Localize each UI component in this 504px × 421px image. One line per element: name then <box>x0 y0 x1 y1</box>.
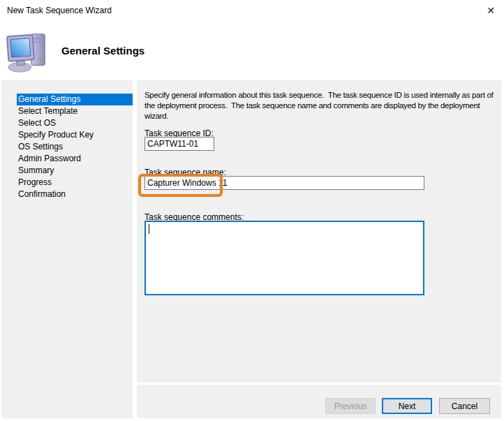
step-general-settings[interactable]: General Settings <box>17 94 133 105</box>
next-button[interactable]: Next <box>382 398 432 414</box>
cancel-button[interactable]: Cancel <box>439 398 490 414</box>
task-sequence-name-input[interactable] <box>144 176 424 190</box>
window-title: New Task Sequence Wizard <box>7 6 112 15</box>
task-sequence-id-input[interactable] <box>144 137 214 151</box>
step-specify-product-key[interactable]: Specify Product Key <box>17 129 133 141</box>
step-confirmation[interactable]: Confirmation <box>17 189 133 200</box>
title-bar: New Task Sequence Wizard ✕ <box>0 0 504 22</box>
step-admin-password[interactable]: Admin Password <box>17 153 133 165</box>
step-select-os[interactable]: Select OS <box>17 117 133 129</box>
wizard-steps-sidebar: General Settings Select Template Select … <box>1 80 133 418</box>
step-select-template[interactable]: Select Template <box>17 105 133 117</box>
step-list: General Settings Select Template Select … <box>1 94 133 200</box>
previous-button[interactable]: Previous <box>325 398 376 414</box>
wizard-footer: Previous Next Cancel <box>137 385 501 418</box>
page-title: General Settings <box>61 45 144 57</box>
page-description: Specify general information about this t… <box>144 90 499 121</box>
wizard-content-panel: Specify general information about this t… <box>137 80 501 383</box>
step-progress[interactable]: Progress <box>17 177 133 189</box>
step-summary[interactable]: Summary <box>17 165 133 177</box>
task-sequence-comments-textarea[interactable] <box>144 221 424 295</box>
close-icon[interactable]: ✕ <box>482 2 500 19</box>
computer-icon <box>6 31 49 74</box>
text-caret <box>149 224 149 234</box>
wizard-header: General Settings <box>0 22 504 80</box>
step-os-settings[interactable]: OS Settings <box>17 141 133 153</box>
